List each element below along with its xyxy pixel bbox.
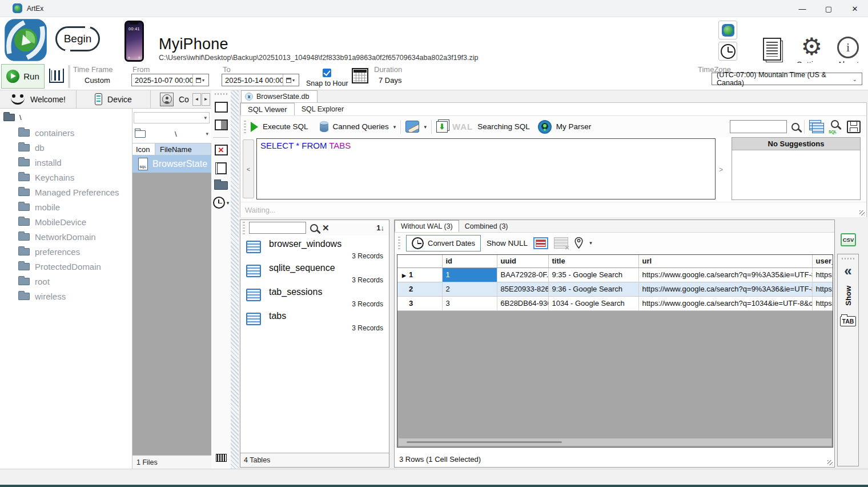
grid-col-uuid[interactable]: uuid xyxy=(497,255,548,268)
folder-item[interactable]: preferences xyxy=(0,244,132,259)
tree-root-item[interactable]: \ xyxy=(0,109,132,125)
qr-icon[interactable] xyxy=(216,454,227,462)
show-vertical-label[interactable]: Show xyxy=(844,286,853,306)
to-date-input[interactable] xyxy=(222,76,283,85)
grid-row-header[interactable]: 2 xyxy=(397,282,442,296)
grid-cell[interactable]: https://... xyxy=(812,282,833,296)
folder-item[interactable]: Keychains xyxy=(0,170,132,185)
close-panel-icon[interactable]: ✕ xyxy=(215,145,228,155)
show-null-button[interactable]: Show NULL xyxy=(487,239,528,248)
vertical-splitter[interactable] xyxy=(231,90,239,469)
calendar-icon[interactable] xyxy=(352,68,368,83)
save-sql-icon[interactable] xyxy=(847,121,861,133)
from-calendar-dropdown-icon[interactable]: ▾ xyxy=(192,74,207,86)
resize-grip-icon[interactable] xyxy=(827,460,833,465)
grid-col-id[interactable]: id xyxy=(442,255,497,268)
folder-dark-icon[interactable] xyxy=(214,181,228,190)
maximize-panel-icon[interactable] xyxy=(215,102,228,113)
folder-item[interactable]: NetworkDomain xyxy=(0,229,132,244)
toolbar-grip[interactable] xyxy=(215,93,227,95)
tab-combined[interactable]: Combined (3) xyxy=(459,220,514,232)
mini-logo-button[interactable] xyxy=(718,21,737,39)
canned-queries-button[interactable]: Canned Queries xyxy=(333,122,389,131)
grid-cell[interactable]: https://... xyxy=(812,268,833,282)
tabs-scroll-left-button[interactable]: ◄ xyxy=(192,93,201,106)
grid-cell[interactable]: https://www.google.ca/search?q=9%3A36&ie… xyxy=(638,282,812,296)
tab-device[interactable]: Device xyxy=(77,90,151,108)
tab-sql-explorer[interactable]: SQL Explorer xyxy=(295,103,351,115)
table-list-item[interactable]: tab_sessions 3 Records xyxy=(240,285,389,309)
document-tab-browserstate[interactable]: x BrowserState.db xyxy=(241,90,318,102)
tables-view-icon[interactable] xyxy=(809,120,824,133)
folder-item[interactable]: Managed Preferences xyxy=(0,185,132,199)
run-button[interactable]: Run xyxy=(1,64,45,89)
col-icon[interactable]: Icon xyxy=(132,143,155,155)
file-row-browserstate[interactable]: SQL BrowserState xyxy=(132,155,211,173)
folder-item[interactable]: MobileDevice xyxy=(0,214,132,229)
grid-cell[interactable]: https://... xyxy=(812,296,833,310)
split-panel-icon[interactable] xyxy=(215,119,228,130)
expand-panel-icon[interactable]: « xyxy=(844,264,851,278)
notebook-icon[interactable] xyxy=(215,162,227,174)
clear-search-icon[interactable]: ✕ xyxy=(322,223,329,233)
remove-rows-icon[interactable] xyxy=(554,237,568,249)
highlight-rows-icon[interactable] xyxy=(533,237,548,249)
convert-dates-button[interactable]: Convert Dates xyxy=(406,235,481,252)
grid-cell[interactable]: 9:35 - Google Search xyxy=(548,268,638,282)
tab-welcome[interactable]: Welcome! xyxy=(0,90,77,108)
grid-row-header[interactable]: 3 xyxy=(397,296,442,310)
my-parser-button[interactable]: My Parser xyxy=(556,122,592,131)
folder-item[interactable]: containers xyxy=(0,125,132,140)
col-filename[interactable]: FileName xyxy=(155,143,211,155)
search-icon[interactable] xyxy=(791,123,799,131)
folder-item[interactable]: installd xyxy=(0,155,132,170)
execute-sql-button[interactable]: Execute SQL xyxy=(263,122,308,131)
folder-item[interactable]: wireless xyxy=(0,289,132,304)
maximize-button[interactable]: ▢ xyxy=(815,0,842,17)
file-path-combobox[interactable]: \ ▾ xyxy=(134,127,210,141)
tab-close-icon[interactable]: x xyxy=(245,93,253,101)
grid-cell[interactable]: BAA72928-0F... xyxy=(497,268,548,282)
grid-col-title[interactable]: title xyxy=(548,255,638,268)
panel-grip[interactable] xyxy=(842,258,854,260)
from-date-input[interactable] xyxy=(132,76,192,85)
sql-search-icon[interactable]: SQL xyxy=(829,120,842,134)
wal-import-icon[interactable]: ⬇ xyxy=(436,121,448,133)
folder-item[interactable]: db xyxy=(0,140,132,155)
grid-cell[interactable]: 1 xyxy=(442,268,497,282)
grid-row-header[interactable]: ▶1 xyxy=(397,268,442,282)
sql-search-input[interactable] xyxy=(730,120,787,133)
clock-button[interactable] xyxy=(718,42,737,61)
execute-icon[interactable] xyxy=(251,122,258,132)
grid-cell[interactable]: https://www.google.ca/search?q=9%3A35&ie… xyxy=(638,268,812,282)
close-window-button[interactable]: ✕ xyxy=(842,0,868,17)
toolbar-grip[interactable] xyxy=(398,237,400,249)
table-list-item[interactable]: tabs 3 Records xyxy=(240,309,389,333)
to-date-picker[interactable]: ▾ xyxy=(222,74,299,86)
folder-item[interactable]: mobile xyxy=(0,199,132,214)
tab-without-wal[interactable]: Without WAL (3) xyxy=(395,220,459,232)
canned-caret-icon[interactable]: ▾ xyxy=(393,124,396,130)
tabs-scroll-right-button[interactable]: ► xyxy=(202,93,210,106)
sort-icon[interactable]: 1↓ xyxy=(376,223,384,232)
table-list-item[interactable]: browser_windows 3 Records xyxy=(240,237,389,261)
tab-folder-icon[interactable]: TAB xyxy=(840,316,857,326)
search-icon[interactable] xyxy=(310,224,318,232)
grid-corner-cell[interactable] xyxy=(397,255,442,268)
grid-cell[interactable]: 9:36 - Google Search xyxy=(548,282,638,296)
brush-caret-icon[interactable]: ▾ xyxy=(424,124,427,130)
file-filter-combobox[interactable]: ▾ xyxy=(134,112,210,123)
editor-collapse-button[interactable]: < xyxy=(243,139,254,198)
toolbar-grip[interactable] xyxy=(244,121,246,133)
from-date-picker[interactable]: ▾ xyxy=(131,74,209,86)
searching-sql-button[interactable]: Searching SQL xyxy=(477,122,530,131)
export-csv-button[interactable]: CSV xyxy=(841,233,856,246)
grid-col-user_[interactable]: user_ xyxy=(812,255,833,268)
timeline-icon[interactable] xyxy=(49,69,64,83)
tables-search-input[interactable] xyxy=(249,222,306,234)
grid-cell[interactable]: 2 xyxy=(442,282,497,296)
grid-cell[interactable]: 1034 - Google Search xyxy=(548,296,638,310)
grid-cell[interactable]: 3 xyxy=(442,296,497,310)
format-brush-icon[interactable] xyxy=(405,121,419,133)
timezone-select[interactable]: (UTC-07:00) Mountain Time (US & Canada) … xyxy=(712,73,862,85)
